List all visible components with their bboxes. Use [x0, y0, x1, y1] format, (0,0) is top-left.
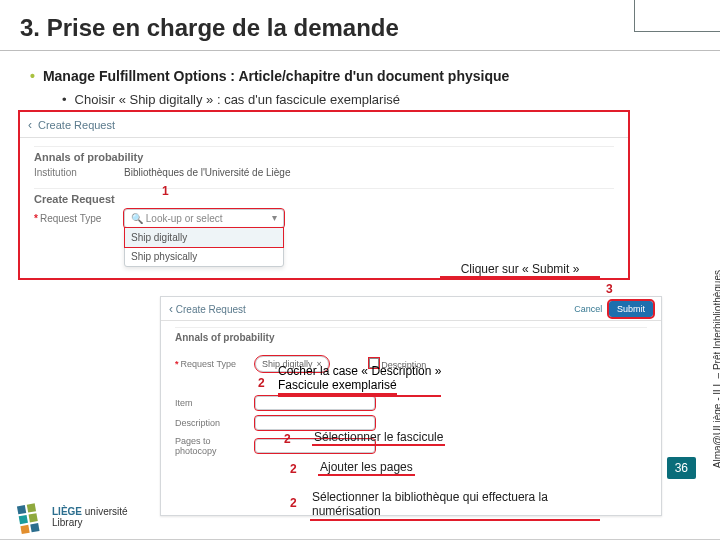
panel1-section-create: Create Request	[34, 188, 614, 205]
panel1-header: ‹ Create Request	[20, 112, 628, 138]
side-caption: Alma@ULiège - ILL – Prêt Interbibliothèq…	[712, 270, 720, 468]
item-input[interactable]	[255, 396, 375, 410]
step-marker-2c: 2	[290, 462, 297, 476]
required-asterisk-2: *	[175, 359, 179, 369]
step-marker-3: 3	[606, 282, 613, 296]
panel1-title: Create Request	[38, 119, 115, 131]
panel2-title: Create Request	[176, 304, 246, 315]
step-marker-1: 1	[162, 184, 169, 198]
top-right-box	[634, 0, 720, 32]
desc-field-label: Description	[175, 418, 245, 428]
panel1-doc-title: Annals of probability	[34, 146, 614, 163]
screenshot-panel-1: ‹ Create Request Annals of probability I…	[18, 110, 630, 280]
back-chevron-icon-2[interactable]: ‹	[169, 302, 173, 316]
screenshot-panel-2: ‹ Create Request Cancel Submit Annals of…	[160, 296, 662, 516]
step-marker-2b: 2	[284, 432, 291, 446]
request-type-select[interactable]: 🔍 Look-up or select	[124, 209, 284, 228]
request-type-dropdown: Ship digitally Ship physically	[124, 227, 284, 267]
request-type-label: *Request Type	[34, 213, 114, 224]
item-field-label: Item	[175, 398, 245, 408]
title-divider	[0, 50, 720, 51]
panel2-header: ‹ Create Request Cancel Submit	[161, 297, 661, 321]
slide-title: 3. Prise en charge de la demande	[20, 14, 399, 42]
annotation-select-fascicule: Sélectionner le fascicule	[312, 430, 445, 446]
required-asterisk: *	[34, 213, 38, 224]
annotation-description: Cocher la case « Description » Fascicule…	[278, 364, 441, 397]
liege-logo: LIÈGE université Library	[18, 503, 128, 531]
option-ship-digitally[interactable]: Ship digitally	[125, 228, 283, 247]
annotation-add-pages: Ajouter les pages	[318, 460, 415, 476]
back-chevron-icon[interactable]: ‹	[28, 118, 32, 132]
submit-button[interactable]: Submit	[609, 301, 653, 317]
slide: 3. Prise en charge de la demande Manage …	[0, 0, 720, 540]
logo-text: LIÈGE université Library	[52, 506, 128, 528]
institution-value: Bibliothèques de l'Université de Liège	[124, 167, 290, 178]
request-type-placeholder: Look-up or select	[146, 213, 223, 224]
page-number: 36	[667, 457, 696, 479]
reqtype2-label: *Request Type	[175, 359, 245, 369]
description-input[interactable]	[255, 416, 375, 430]
annotation-submit: Cliquer sur « Submit »	[440, 262, 600, 278]
annotation-select-library: Sélectionner la bibliothèque qui effectu…	[310, 490, 600, 521]
bullet-sub: Choisir « Ship digitally » : cas d'un fa…	[62, 92, 400, 107]
step-marker-2a: 2	[258, 376, 265, 390]
logo-mark-icon	[16, 501, 48, 533]
cancel-button[interactable]: Cancel	[574, 304, 602, 314]
pages-label: Pages to photocopy	[175, 436, 245, 456]
panel2-doc-title: Annals of probability	[175, 327, 647, 343]
option-ship-physically[interactable]: Ship physically	[125, 247, 283, 266]
institution-label: Institution	[34, 167, 114, 178]
step-marker-2d: 2	[290, 496, 297, 510]
panel1-body: Annals of probability Institution Biblio…	[20, 138, 628, 240]
bullet-main: Manage Fulfillment Options : Article/cha…	[30, 68, 509, 84]
